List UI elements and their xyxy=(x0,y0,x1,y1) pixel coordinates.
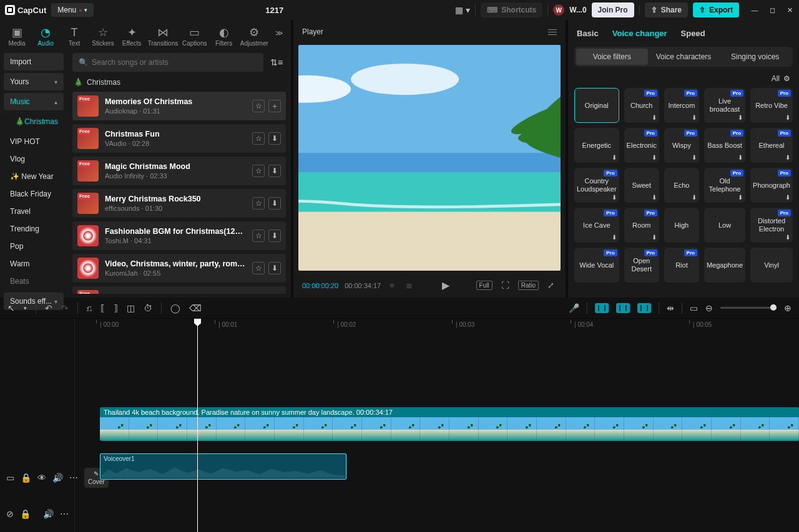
filter-all[interactable]: All xyxy=(772,74,780,83)
voice-filter-live-broadcast[interactable]: ProLive broadcast⬇ xyxy=(704,88,745,123)
quality-icon2[interactable]: ≣ xyxy=(403,279,415,291)
search-input-wrap[interactable]: 🔍 xyxy=(72,53,263,72)
voice-filter-ethereal[interactable]: ProEthereal⬇ xyxy=(750,128,793,163)
tool-stickers[interactable]: ☆Stickers xyxy=(91,24,115,49)
export-button[interactable]: ⇧ Export xyxy=(693,2,739,17)
song-row[interactable]: Memories Of ChristmasAudioknap · 01:31☆＋ xyxy=(72,92,286,120)
full-badge[interactable]: Full xyxy=(476,281,493,290)
tab-speed[interactable]: Speed xyxy=(681,29,705,38)
track-settings-icon[interactable]: ▭ xyxy=(6,473,14,483)
quality-icon[interactable]: ≡ xyxy=(387,279,397,291)
voice-filter-electronic[interactable]: ProElectronic⬇ xyxy=(624,128,659,163)
download-icon[interactable]: ⬇ xyxy=(785,194,790,201)
download-icon[interactable]: ⬇ xyxy=(692,154,697,162)
voice-filter-distorted-electron[interactable]: ProDistorted Electron⬇ xyxy=(750,208,793,243)
redo-icon[interactable]: ↷ xyxy=(61,303,69,313)
favorite-icon[interactable]: ☆ xyxy=(252,132,265,145)
song-row[interactable]: Christmas FunVAudio · 02:28☆⬇ xyxy=(72,124,286,153)
download-icon[interactable]: ⬇ xyxy=(612,154,617,162)
voice-filter-original[interactable]: Original xyxy=(574,88,619,123)
voice-filter-phonograph[interactable]: ProPhonograph⬇ xyxy=(750,168,793,203)
zoom-out-icon[interactable]: ⊖ xyxy=(705,303,713,313)
tool-filters[interactable]: ◐Filters xyxy=(212,24,236,49)
sidebar-item-pop[interactable]: Pop xyxy=(4,238,64,255)
sidebar-item-trending[interactable]: Trending xyxy=(4,220,64,238)
filter-settings-icon[interactable]: ⚙ xyxy=(783,74,790,83)
ratio-badge[interactable]: Ratio xyxy=(518,281,539,290)
voice-filter-ice-cave[interactable]: ProIce Cave⬇ xyxy=(574,208,619,243)
subtab-singing-voices[interactable]: Singing voices xyxy=(719,49,791,65)
layout-icon[interactable]: ▦ ▾ xyxy=(455,5,470,15)
voice-filter-church[interactable]: ProChurch⬇ xyxy=(624,88,659,123)
trim-right-icon[interactable]: ⟧ xyxy=(114,303,118,313)
delete-icon[interactable]: ⌫ xyxy=(189,303,202,313)
tool-media[interactable]: ▣Media xyxy=(5,24,29,49)
voice-filter-riot[interactable]: ProRiot xyxy=(664,248,699,283)
join-pro-button[interactable]: Join Pro xyxy=(592,2,634,17)
video-clip[interactable]: Thailand 4k beach background. Paradise n… xyxy=(100,407,799,441)
close-icon[interactable]: ✕ xyxy=(785,6,794,14)
download-icon[interactable]: ⬇ xyxy=(692,194,697,201)
tab-voice-changer[interactable]: Voice changer xyxy=(612,29,667,38)
sidebar-yours[interactable]: Yours▾ xyxy=(4,73,64,90)
tools-more-icon[interactable]: ≫ xyxy=(273,24,286,42)
favorite-icon[interactable]: ☆ xyxy=(252,197,265,210)
voice-filter-country-loudspeaker[interactable]: ProCountry Loudspeaker⬇ xyxy=(574,168,619,203)
search-input[interactable] xyxy=(92,58,257,67)
magnet-1-icon[interactable] xyxy=(595,303,609,313)
download-icon[interactable]: ⬇ xyxy=(785,154,790,162)
sort-button[interactable]: ⇅≡ xyxy=(267,53,286,72)
download-icon[interactable]: ⬇ xyxy=(652,154,657,162)
favorite-icon[interactable]: ☆ xyxy=(252,165,265,177)
share-button[interactable]: ⇪ Share xyxy=(645,2,688,17)
download-icon[interactable]: ⬇ xyxy=(652,194,657,201)
trim-left-icon[interactable]: ⟦ xyxy=(100,303,105,313)
song-row[interactable]: We Wish You A Merry Christmas (Vocals)☆⬇ xyxy=(72,286,286,294)
shortcuts-button[interactable]: ⌨ Shortcuts xyxy=(481,2,542,17)
subtab-voice-filters[interactable]: Voice filters xyxy=(576,49,648,65)
playhead[interactable] xyxy=(197,319,198,532)
lock-icon[interactable]: 🔒 xyxy=(21,473,31,483)
download-icon[interactable]: ⬇ xyxy=(268,132,281,145)
song-row[interactable]: Video, Christmas, winter, party, romance… xyxy=(72,254,286,283)
more-icon[interactable]: ⋯ xyxy=(60,509,69,519)
voice-filter-wide-vocal[interactable]: ProWide Vocal xyxy=(574,248,619,283)
minimize-icon[interactable]: ― xyxy=(750,6,759,14)
voice-filter-high[interactable]: High xyxy=(664,208,699,243)
sidebar-item-vip-hot[interactable]: VIP HOT xyxy=(4,133,64,150)
audio-clip[interactable]: Voiceover1 xyxy=(100,453,346,480)
preview-icon[interactable]: ▭ xyxy=(690,303,698,313)
subtab-voice-characters[interactable]: Voice characters xyxy=(648,49,720,65)
voice-filter-retro-vibe[interactable]: ProRetro Vibe⬇ xyxy=(750,88,793,123)
download-icon[interactable]: ⬇ xyxy=(692,114,697,122)
sidebar-import[interactable]: Import xyxy=(4,53,64,70)
voice-filter-energetic[interactable]: Energetic⬇ xyxy=(574,128,619,163)
player-menu-icon[interactable] xyxy=(548,29,557,35)
download-icon[interactable]: ⬇ xyxy=(268,197,281,210)
add-icon[interactable]: ＋ xyxy=(268,100,281,112)
crop-icon[interactable]: ⛶ xyxy=(499,279,512,291)
download-icon[interactable]: ⬇ xyxy=(785,234,790,241)
menu-button[interactable]: Menu●▾ xyxy=(51,3,94,17)
download-icon[interactable]: ⬇ xyxy=(652,114,657,122)
sidebar-item-black-friday[interactable]: Black Friday xyxy=(4,185,64,203)
pointer-tool-icon[interactable]: ↖ xyxy=(7,303,15,313)
sidebar-item-vlog[interactable]: Vlog xyxy=(4,150,64,168)
pointer-dropdown-icon[interactable]: ▾ xyxy=(24,305,27,311)
crop-tool-icon[interactable]: ◫ xyxy=(127,303,135,313)
align-icon[interactable]: ⇹ xyxy=(667,303,674,313)
magnet-2-icon[interactable] xyxy=(616,303,630,313)
eye-icon[interactable]: 👁 xyxy=(37,473,46,483)
song-row[interactable]: Fashionable BGM for Christmas(1238227)To… xyxy=(72,221,286,250)
zoom-slider[interactable] xyxy=(720,307,777,309)
voice-filter-bass-boost[interactable]: ProBass Boost⬇ xyxy=(704,128,745,163)
speed-icon[interactable]: ⏱ xyxy=(144,303,152,313)
timeline-tracks[interactable]: | 00:00| 00:01| 00:02| 00:03| 00:04| 00:… xyxy=(75,319,799,532)
sidebar-music[interactable]: Music▴ xyxy=(4,93,64,110)
download-icon[interactable]: ⬇ xyxy=(785,114,790,122)
avatar[interactable]: W xyxy=(553,4,564,16)
tool-captions[interactable]: ▭Captions xyxy=(182,24,207,49)
sidebar-item-travel[interactable]: Travel xyxy=(4,203,64,220)
lock-icon[interactable]: 🔒 xyxy=(20,509,31,519)
download-icon[interactable]: ⬇ xyxy=(652,234,657,241)
